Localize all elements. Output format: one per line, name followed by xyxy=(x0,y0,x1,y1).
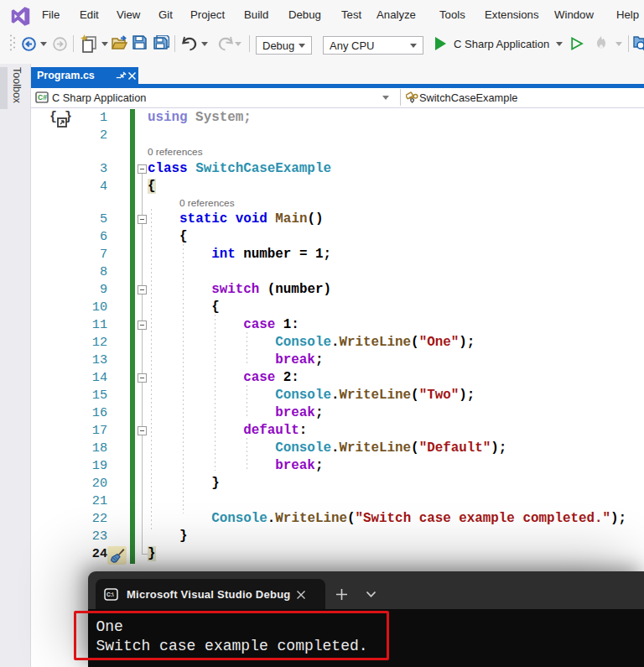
svg-text:C#: C# xyxy=(38,93,47,102)
svg-text:C:\: C:\ xyxy=(106,591,114,597)
